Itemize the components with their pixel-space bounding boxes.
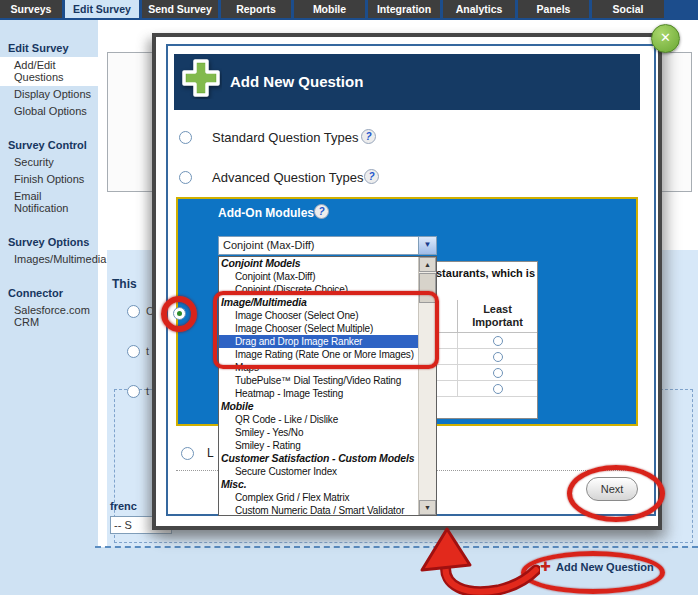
dropdown-option[interactable]: Smiley - Rating [219, 439, 418, 452]
addon-modules-radio-checked[interactable] [173, 307, 186, 320]
tab-panels[interactable]: Panels [518, 0, 589, 18]
preview-radio[interactable] [493, 384, 503, 394]
sidebar-section-connector: Connector [0, 285, 98, 302]
sidebar-section-survey-options: Survey Options [0, 234, 98, 251]
dropdown-group-header: Customer Satisfaction - Custom Models [219, 452, 418, 465]
chevron-down-icon[interactable]: ▼ [418, 237, 436, 254]
help-icon[interactable]: ? [361, 129, 376, 144]
library-option-label-fragment: L [207, 446, 214, 460]
tab-send-survey[interactable]: Send Survey [142, 0, 218, 18]
sidebar-section-edit-survey: Edit Survey [0, 40, 98, 57]
tab-integration[interactable]: Integration [368, 0, 440, 18]
sidebar-item-email-notification[interactable]: Email Notification [0, 188, 98, 217]
preview-radio[interactable] [493, 336, 503, 346]
sidebar-item-finish-options[interactable]: Finish Options [0, 171, 98, 188]
dropdown-option[interactable]: Smiley - Yes/No [219, 426, 418, 439]
tab-social[interactable]: Social [592, 0, 664, 18]
dialog-title: Add New Question [230, 73, 363, 90]
tab-mobile[interactable]: Mobile [294, 0, 365, 18]
standard-types-radio[interactable] [179, 131, 192, 144]
dropdown-option[interactable]: QR Code - Like / Dislike [219, 413, 418, 426]
tab-reports[interactable]: Reports [221, 0, 291, 18]
scroll-down-icon[interactable]: ▼ [419, 500, 436, 515]
answer-radio-2[interactable] [127, 345, 140, 358]
field-label-fragment: frenc [110, 500, 137, 512]
library-option-radio[interactable] [181, 447, 194, 460]
sidebar-item-global-options[interactable]: Global Options [0, 103, 98, 120]
answer-radio-1[interactable] [127, 305, 140, 318]
sidebar-item-salesforce-crm[interactable]: Salesforce.com CRM [0, 302, 98, 331]
dropdown-option[interactable]: Secure Customer Index [219, 465, 418, 478]
answer-label-fragment-3: t [146, 385, 149, 397]
top-nav: Surveys Edit Survey Send Survey Reports … [0, 0, 698, 20]
tab-analytics[interactable]: Analytics [443, 0, 515, 18]
dropdown-option[interactable]: TubePulse™ Dial Testing/Video Rating [219, 374, 418, 387]
help-icon[interactable]: ? [314, 204, 329, 219]
addon-modules-select[interactable]: Conjoint (Max-Diff) ▼ [218, 236, 437, 255]
dropdown-group-header: Misc. [219, 478, 418, 491]
dropdown-group-header: Conjoint Models [219, 257, 418, 270]
sidebar-item-display-options[interactable]: Display Options [0, 86, 98, 103]
dropdown-option[interactable]: Complex Grid / Flex Matrix [219, 491, 418, 504]
dropdown-group-header: Mobile [219, 400, 418, 413]
sidebar-item-security[interactable]: Security [0, 154, 98, 171]
answer-radio-3[interactable] [127, 385, 140, 398]
app-screen: Surveys Edit Survey Send Survey Reports … [0, 0, 698, 595]
annotation-rect-image-multimedia [213, 291, 439, 369]
green-plus-icon [180, 57, 222, 103]
add-new-question-link[interactable]: Add New Question [556, 561, 654, 573]
annotation-arrow-icon [402, 524, 540, 595]
close-icon[interactable]: ✕ [651, 24, 680, 53]
dropdown-option[interactable]: Conjoint (Max-Diff) [219, 270, 418, 283]
sidebar-item-add-edit-questions[interactable]: Add/Edit Questions [0, 57, 107, 86]
red-plus-icon: ✚ [540, 559, 551, 574]
addon-modules-label: Add-On Modules [218, 206, 314, 220]
advanced-types-radio[interactable] [179, 171, 192, 184]
dropdown-option[interactable]: Custom Numeric Data / Smart Validator [219, 504, 418, 517]
addon-select-value: Conjoint (Max-Diff) [223, 239, 315, 251]
help-icon[interactable]: ? [364, 169, 379, 184]
standard-types-label: Standard Question Types [212, 130, 358, 145]
tab-surveys[interactable]: Surveys [0, 0, 62, 18]
sidebar: Edit Survey Add/Edit Questions Display O… [0, 40, 98, 331]
scroll-up-icon[interactable]: ▲ [419, 257, 436, 272]
preview-radio[interactable] [493, 352, 503, 362]
dropdown-option[interactable]: Heatmap - Image Testing [219, 387, 418, 400]
dashed-separator [95, 546, 698, 548]
preview-question-fragment: staurants, which is [436, 267, 535, 279]
tab-edit-survey[interactable]: Edit Survey [65, 0, 139, 18]
preview-radio[interactable] [493, 368, 503, 378]
annotation-oval-next [567, 465, 665, 522]
question-text-fragment: This [112, 277, 137, 291]
sidebar-item-images-multimedia[interactable]: Images/Multimedia [0, 251, 98, 268]
advanced-types-label: Advanced Question Types [212, 170, 364, 185]
sidebar-section-survey-control: Survey Control [0, 137, 98, 154]
answer-label-fragment-2: t [146, 345, 149, 357]
preview-col-least-important: Least Important [458, 300, 537, 332]
